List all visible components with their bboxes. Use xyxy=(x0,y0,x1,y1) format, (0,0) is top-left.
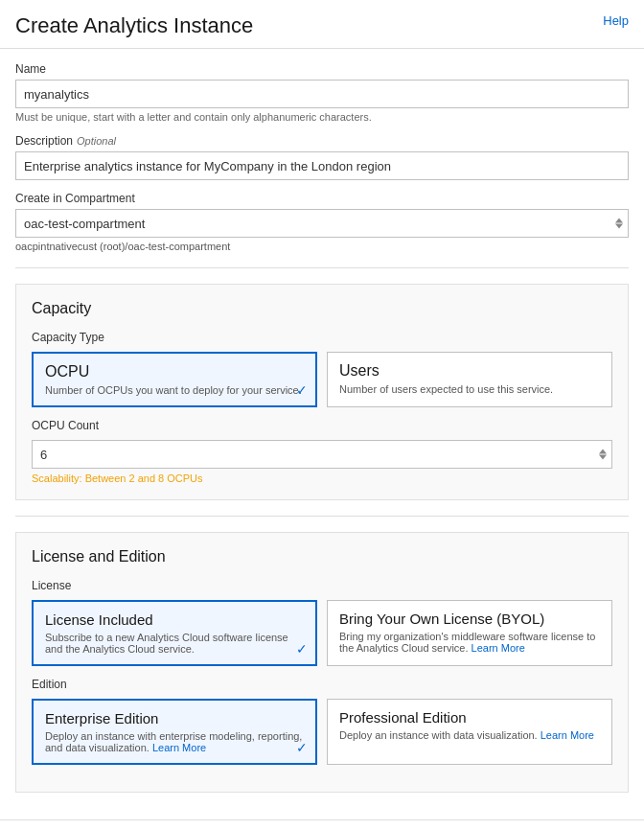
edition-label: Edition xyxy=(32,678,612,691)
professional-edition-title: Professional Edition xyxy=(339,709,600,726)
form-body: Name Must be unique, start with a letter… xyxy=(0,49,644,819)
license-card-byol[interactable]: Bring Your Own License (BYOL) Bring my o… xyxy=(327,600,612,666)
professional-learn-more-link[interactable]: Learn More xyxy=(540,729,594,741)
byol-title: Bring Your Own License (BYOL) xyxy=(339,611,600,627)
name-field-group: Name Must be unique, start with a letter… xyxy=(15,62,629,123)
edition-card-professional[interactable]: Professional Edition Deploy an instance … xyxy=(327,699,612,765)
edition-card-enterprise[interactable]: Enterprise Edition Deploy an instance wi… xyxy=(32,699,317,765)
ocpu-check-icon: ✓ xyxy=(296,382,308,398)
capacity-card-grid: OCPU Number of OCPUs you want to deploy … xyxy=(32,352,612,407)
ocpu-count-field-group: OCPU Count 6 Scalability: Between 2 and … xyxy=(32,419,612,484)
capacity-title: Capacity xyxy=(32,300,612,317)
license-included-check-icon: ✓ xyxy=(296,641,308,657)
help-link[interactable]: Help xyxy=(603,13,629,28)
page-header: Create Analytics Instance Help xyxy=(0,0,644,49)
page-container: Create Analytics Instance Help Name Must… xyxy=(0,0,644,830)
page-title: Create Analytics Instance xyxy=(15,13,253,38)
name-input[interactable] xyxy=(15,80,629,108)
ocpu-scalability-hint: Scalability: Between 2 and 8 OCPUs xyxy=(32,473,612,484)
capacity-card-ocpu[interactable]: OCPU Number of OCPUs you want to deploy … xyxy=(32,352,317,407)
byol-learn-more-link[interactable]: Learn More xyxy=(472,642,525,654)
description-field-group: DescriptionOptional xyxy=(15,134,629,180)
compartment-select[interactable]: oac-test-compartment xyxy=(15,209,629,238)
name-hint: Must be unique, start with a letter and … xyxy=(15,111,629,123)
description-label: DescriptionOptional xyxy=(15,134,629,148)
ocpu-count-wrapper: 6 xyxy=(32,440,612,469)
license-section: License and Edition License License Incl… xyxy=(15,532,629,793)
ocpu-card-title: OCPU xyxy=(45,363,304,380)
compartment-label: Create in Compartment xyxy=(15,192,629,205)
license-card-grid: License Included Subscribe to a new Anal… xyxy=(32,600,612,666)
professional-edition-desc: Deploy an instance with data visualizati… xyxy=(339,729,600,741)
advanced-options-row: ⚙ Show Advanced Options xyxy=(0,820,644,830)
license-card-included[interactable]: License Included Subscribe to a new Anal… xyxy=(32,600,317,666)
compartment-field-group: Create in Compartment oac-test-compartme… xyxy=(15,192,629,252)
capacity-type-label: Capacity Type xyxy=(32,331,612,344)
license-included-desc: Subscribe to a new Analytics Cloud softw… xyxy=(45,632,304,655)
enterprise-learn-more-link[interactable]: Learn More xyxy=(152,742,206,753)
license-label: License xyxy=(32,579,612,592)
ocpu-card-desc: Number of OCPUs you want to deploy for y… xyxy=(45,384,304,396)
enterprise-edition-title: Enterprise Edition xyxy=(45,710,304,726)
compartment-path: oacpintnativecust (root)/oac-test-compar… xyxy=(15,241,629,252)
compartment-select-wrapper: oac-test-compartment xyxy=(15,209,629,238)
users-card-title: Users xyxy=(339,362,600,380)
ocpu-count-select[interactable]: 6 xyxy=(32,440,612,469)
name-label: Name xyxy=(15,62,629,76)
capacity-card-users[interactable]: Users Number of users expected to use th… xyxy=(327,352,612,407)
description-input[interactable] xyxy=(15,151,629,180)
divider-capacity xyxy=(15,267,629,268)
license-included-title: License Included xyxy=(45,611,304,628)
edition-card-grid: Enterprise Edition Deploy an instance wi… xyxy=(32,699,612,765)
divider-license xyxy=(15,516,629,517)
enterprise-check-icon: ✓ xyxy=(296,740,308,755)
enterprise-edition-desc: Deploy an instance with enterprise model… xyxy=(45,730,304,753)
users-card-desc: Number of users expected to use this ser… xyxy=(339,383,600,395)
license-section-title: License and Edition xyxy=(32,548,612,565)
byol-desc: Bring my organization's middleware softw… xyxy=(339,631,600,654)
ocpu-count-label: OCPU Count xyxy=(32,419,612,432)
capacity-section: Capacity Capacity Type OCPU Number of OC… xyxy=(15,284,629,500)
